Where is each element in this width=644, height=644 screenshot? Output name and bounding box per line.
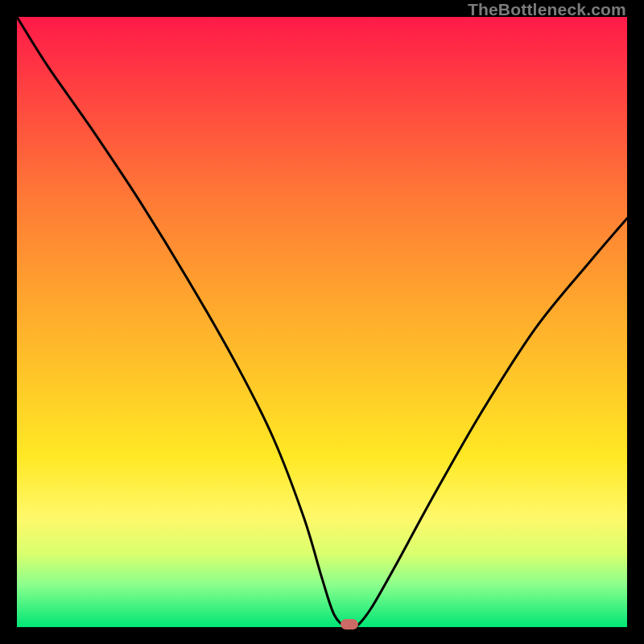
- optimum-marker: [341, 619, 358, 630]
- chart-frame: TheBottleneck.com: [0, 0, 644, 644]
- plot-area: [17, 17, 627, 627]
- bottleneck-curve: [17, 17, 627, 627]
